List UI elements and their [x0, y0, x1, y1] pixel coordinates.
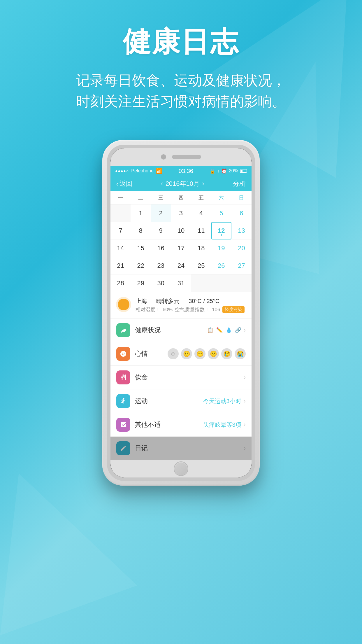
phone-bottom	[110, 460, 252, 477]
cal-cell-3[interactable]: 3	[171, 204, 191, 222]
analysis-button[interactable]: 分析	[233, 179, 246, 188]
cal-cell-20[interactable]: 20	[231, 239, 252, 257]
cal-cell-31[interactable]: 31	[171, 274, 191, 292]
phone-top-bar	[110, 148, 252, 166]
mood-faces: ☺ 🙂 😐 🙁 😢 😭	[168, 348, 246, 359]
weekday-mon: 一	[110, 191, 131, 204]
cal-cell-empty-1[interactable]	[110, 204, 131, 222]
cal-cell-10[interactable]: 10	[171, 222, 191, 239]
cal-cell-13[interactable]: 13	[231, 222, 252, 239]
cal-cell-11[interactable]: 11	[191, 222, 211, 239]
humidity-label: 相对湿度：	[136, 306, 160, 313]
hs-icon-pencil: ✏️	[216, 327, 223, 333]
cal-cell-empty-5b[interactable]	[211, 274, 231, 292]
mood-face-3[interactable]: 😐	[194, 348, 205, 359]
wifi-icon: 📶	[156, 168, 162, 174]
nav-bar: ‹ 返回 ‹ 2016年10月 › 分析	[110, 176, 252, 191]
back-chevron: ‹	[116, 181, 118, 187]
cal-cell-22[interactable]: 22	[131, 257, 151, 274]
sun-icon	[118, 299, 129, 310]
aqi-value: 106	[212, 307, 220, 313]
weekday-wed: 三	[151, 191, 171, 204]
cal-cell-23[interactable]: 23	[151, 257, 171, 274]
week-5: 28 29 30 31	[110, 274, 252, 292]
cal-cell-8[interactable]: 8	[131, 222, 151, 239]
cal-cell-7[interactable]: 7	[110, 222, 131, 239]
cal-cell-5[interactable]: 5	[211, 204, 231, 222]
cal-cell-12-today[interactable]: 12	[211, 222, 231, 239]
weather-temp-sep: /	[203, 298, 207, 304]
location-icon: ↑	[217, 168, 219, 174]
cal-cell-24[interactable]: 24	[171, 257, 191, 274]
cal-cell-28[interactable]: 28	[110, 274, 131, 292]
exercise-item[interactable]: 运动 今天运动3小时 ›	[110, 389, 252, 413]
health-status-chevron: ›	[244, 326, 246, 334]
cal-cell-25[interactable]: 25	[191, 257, 211, 274]
weather-temp-low: 25°C	[207, 298, 220, 304]
mood-face-6[interactable]: 😭	[235, 348, 246, 359]
diary-icon	[116, 441, 130, 455]
health-status-item[interactable]: 健康状况 📋 ✏️ 💧 🔗 ›	[110, 318, 252, 342]
pollution-badge: 轻度污染	[222, 306, 245, 313]
cal-cell-1[interactable]: 1	[131, 204, 151, 222]
week-2: 7 8 9 10 11 12 13	[110, 222, 252, 239]
mood-face-5[interactable]: 😢	[221, 348, 232, 359]
prev-month-button[interactable]: ‹	[161, 180, 163, 188]
nav-title: ‹ 2016年10月 ›	[161, 179, 204, 188]
cal-cell-empty-5c[interactable]	[231, 274, 252, 292]
cal-cell-29[interactable]: 29	[131, 274, 151, 292]
home-button[interactable]	[174, 461, 188, 476]
diet-item[interactable]: 饮食 ›	[110, 366, 252, 389]
health-status-right: 📋 ✏️ 💧 🔗 ›	[207, 326, 246, 334]
cal-cell-27[interactable]: 27	[231, 257, 252, 274]
cal-cell-2[interactable]: 2	[151, 204, 171, 222]
hs-icon-drop: 💧	[226, 327, 232, 333]
cal-cell-6[interactable]: 6	[231, 204, 252, 222]
cal-cell-30[interactable]: 30	[151, 274, 171, 292]
diet-right: ›	[244, 374, 246, 381]
diet-chevron: ›	[244, 374, 246, 381]
cal-cell-26[interactable]: 26	[211, 257, 231, 274]
lock-icon: 🔒	[210, 168, 215, 174]
back-label: 返回	[120, 179, 132, 188]
week-4: 21 22 23 24 25 26 27	[110, 257, 252, 274]
weather-detail: 相对湿度： 60% 空气质量指数： 106 轻度污染	[136, 306, 246, 313]
next-month-button[interactable]: ›	[202, 180, 204, 188]
weekday-sat: 六	[211, 191, 231, 204]
discomfort-label: 其他不适	[135, 420, 198, 429]
camera-icon	[161, 154, 166, 160]
phone-mockup: ●●●●○ Pelephone 📶 03:36 🔒 ↑ ⏰ 20%	[102, 140, 260, 486]
cal-cell-18[interactable]: 18	[191, 239, 211, 257]
cal-cell-16[interactable]: 16	[151, 239, 171, 257]
signal-dots: ●●●●○	[115, 169, 129, 173]
discomfort-item[interactable]: 其他不适 头痛眩晕等3项 ›	[110, 413, 252, 437]
weather-spacer2	[181, 298, 187, 304]
hs-icon-link: 🔗	[235, 327, 241, 333]
cal-cell-4[interactable]: 4	[191, 204, 211, 222]
cal-cell-17[interactable]: 17	[171, 239, 191, 257]
cal-cell-9[interactable]: 9	[151, 222, 171, 239]
diary-item[interactable]: 日记 ›	[110, 437, 252, 460]
mood-face-4[interactable]: 🙁	[208, 348, 219, 359]
weekday-thu: 四	[171, 191, 191, 204]
weather-text: 上海 晴转多云 30°C / 25°C 相对湿度： 60% 空气质量指数：	[136, 297, 246, 313]
cal-cell-14[interactable]: 14	[110, 239, 131, 257]
subtitle-line1: 记录每日饮食、运动及健康状况，	[17, 70, 345, 91]
cal-cell-21[interactable]: 21	[110, 257, 131, 274]
mood-face-2[interactable]: 🙂	[181, 348, 192, 359]
cal-cell-19[interactable]: 19	[211, 239, 231, 257]
back-button[interactable]: ‹ 返回	[116, 179, 132, 188]
cal-cell-15[interactable]: 15	[131, 239, 151, 257]
mood-item[interactable]: 心情 ☺ 🙂 😐 🙁 😢 😭	[110, 342, 252, 366]
exercise-chevron: ›	[244, 397, 246, 405]
battery-percent: 20%	[229, 168, 238, 174]
phone-screen: ●●●●○ Pelephone 📶 03:36 🔒 ↑ ⏰ 20%	[110, 148, 252, 477]
hs-icon-clipboard: 📋	[207, 327, 213, 333]
cal-cell-empty-5a[interactable]	[191, 274, 211, 292]
app-title: 健康日志	[17, 23, 345, 61]
discomfort-value: 头痛眩晕等3项	[203, 421, 241, 429]
status-bar: ●●●●○ Pelephone 📶 03:36 🔒 ↑ ⏰ 20%	[110, 166, 252, 176]
battery-icon	[240, 169, 247, 173]
mood-face-1[interactable]: ☺	[168, 348, 179, 359]
week-1: 1 2 3 4 5 6	[110, 204, 252, 222]
